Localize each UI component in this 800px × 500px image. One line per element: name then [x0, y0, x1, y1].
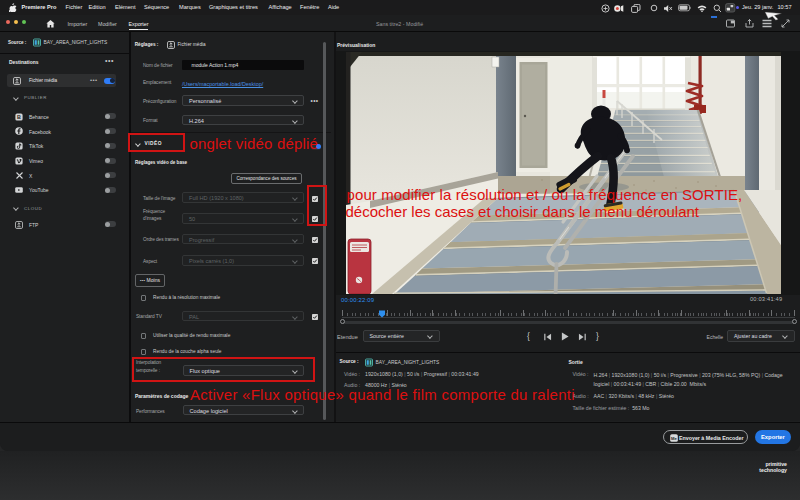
svg-text:Me: Me: [671, 435, 677, 440]
svg-text:B: B: [17, 114, 21, 120]
